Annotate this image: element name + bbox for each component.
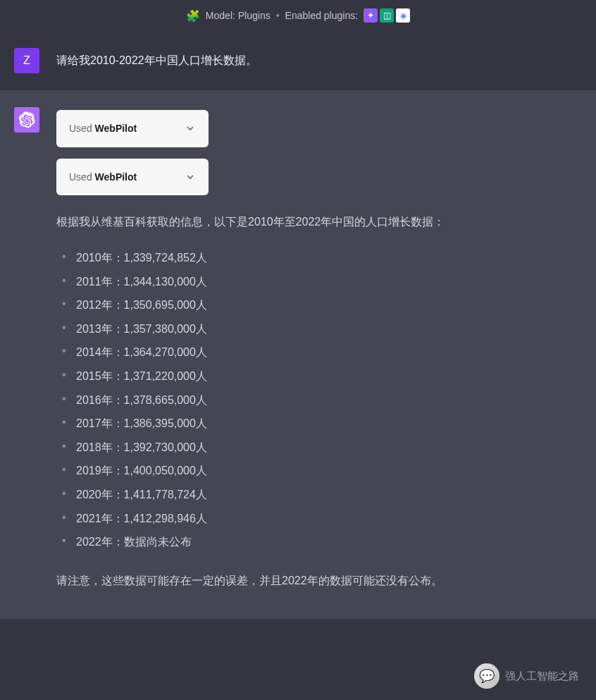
- user-avatar: Z: [14, 48, 39, 73]
- list-item: 2016年：1,378,665,000人: [65, 388, 582, 412]
- plugin-usage-text-2: Used WebPilot: [69, 168, 137, 186]
- puzzle-icon: 🧩: [186, 9, 200, 23]
- enabled-plugins-label: Enabled plugins:: [285, 10, 359, 21]
- response-footnote: 请注意，这些数据可能存在一定的误差，并且2022年的数据可能还没有公布。: [56, 571, 582, 591]
- list-item: 2014年：1,364,270,000人: [65, 340, 582, 364]
- response-intro-text: 根据我从维基百科获取的信息，以下是2010年至2022年中国的人口增长数据：: [56, 212, 582, 232]
- plugin-usage-box-2[interactable]: Used WebPilot: [56, 159, 209, 196]
- user-message-row: Z 请给我2010-2022年中国人口增长数据。: [0, 31, 596, 90]
- list-item: 2017年：1,386,395,000人: [65, 412, 582, 436]
- list-item: 2012年：1,350,695,000人: [65, 293, 582, 317]
- plugin-icon-2[interactable]: ◫: [380, 8, 394, 23]
- plugin-icon-3[interactable]: ◈: [396, 8, 410, 23]
- list-item: 2010年：1,339,724,852人: [65, 246, 582, 270]
- assistant-message-row: Used WebPilot Used WebPilot 根据我从维基百科获取的信…: [0, 90, 596, 619]
- chevron-down-icon: [185, 171, 196, 183]
- plugin-icons-group: ✦ ◫ ◈: [364, 8, 410, 23]
- list-item: 2019年：1,400,050,000人: [65, 459, 582, 483]
- plugin-usage-text-1: Used WebPilot: [69, 120, 137, 137]
- watermark-text: 强人工智能之路: [505, 670, 579, 683]
- list-item: 2022年：数据尚未公布: [65, 530, 582, 554]
- population-data-list: 2010年：1,339,724,852人 2011年：1,344,130,000…: [56, 246, 582, 554]
- separator-dot: •: [276, 10, 280, 21]
- list-item: 2011年：1,344,130,000人: [65, 270, 582, 294]
- watermark: 💬 强人工智能之路: [474, 663, 579, 689]
- list-item: 2020年：1,411,778,724人: [65, 483, 582, 507]
- plugin-usage-container: Used WebPilot Used WebPilot: [56, 110, 582, 195]
- chevron-down-icon: [185, 123, 196, 134]
- openai-logo-icon: [18, 111, 35, 128]
- list-item: 2013年：1,357,380,000人: [65, 317, 582, 341]
- model-label: Model: Plugins: [206, 10, 271, 21]
- list-item: 2018年：1,392,730,000人: [65, 436, 582, 460]
- list-item: 2021年：1,412,298,946人: [65, 507, 582, 531]
- plugin-usage-box-1[interactable]: Used WebPilot: [56, 110, 209, 147]
- watermark-icon: 💬: [474, 663, 499, 689]
- assistant-avatar: [14, 107, 39, 133]
- user-message-text: 请给我2010-2022年中国人口增长数据。: [56, 48, 582, 73]
- list-item: 2015年：1,371,220,000人: [65, 364, 582, 388]
- header-bar: 🧩 Model: Plugins • Enabled plugins: ✦ ◫ …: [0, 0, 596, 31]
- assistant-message-content: Used WebPilot Used WebPilot 根据我从维基百科获取的信…: [56, 107, 582, 591]
- plugin-icon-1[interactable]: ✦: [364, 8, 378, 23]
